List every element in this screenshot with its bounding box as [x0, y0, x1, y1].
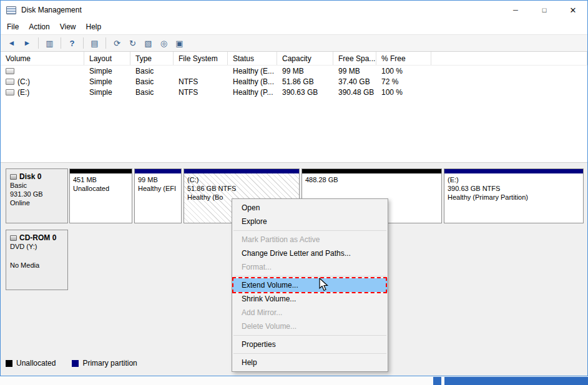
cell-status: Healthy (P... — [228, 88, 277, 97]
cell-type: Basic — [130, 67, 174, 76]
forward-icon[interactable]: ► — [20, 36, 34, 50]
cdrom-drive-letter: DVD (Y:) — [10, 242, 64, 251]
column-header-volume[interactable]: Volume — [1, 52, 84, 65]
menu-separator — [233, 353, 386, 354]
menu-separator — [233, 230, 386, 231]
cell-pct-free: 100 % — [376, 88, 431, 97]
context-menu-item-shrink-volume[interactable]: Shrink Volume... — [232, 292, 388, 306]
partition-status: Unallocated — [73, 184, 129, 193]
title-bar: Disk Management ─ □ ✕ — [1, 1, 587, 19]
volume-icon — [6, 68, 14, 74]
cell-capacity: 99 MB — [277, 67, 333, 76]
cdrom-0-header[interactable]: CD-ROM 0 DVD (Y:) No Media — [6, 230, 68, 290]
menu-item-label: Extend Volume... — [242, 281, 298, 290]
cdrom-icon — [10, 235, 17, 241]
cell-layout: Simple — [84, 67, 130, 76]
partition-color-bar — [302, 169, 441, 173]
cell-free-space: 37.40 GB — [333, 77, 376, 86]
column-header-capacity[interactable]: Capacity — [277, 52, 333, 65]
cell-file-system: NTFS — [174, 77, 228, 86]
partition-size: 99 MB — [138, 175, 178, 184]
cell-layout: Simple — [84, 88, 130, 97]
partition-e[interactable]: (E:) 390.63 GB NTFS Healthy (Primary Par… — [444, 168, 584, 223]
legend-primary-partition: Primary partition — [72, 359, 137, 368]
partition-color-bar — [444, 169, 583, 173]
cell-pct-free: 72 % — [376, 77, 431, 86]
cell-status: Healthy (B... — [228, 77, 277, 86]
rescan-disks-icon[interactable]: ↻ — [125, 36, 140, 50]
toolbar: ◄ ► ▥ ? ▤ ⟳ ↻ ▧ ◎ ▣ — [1, 34, 587, 52]
unallocated-swatch — [6, 360, 12, 367]
partition-size: 451 MB — [73, 175, 129, 184]
partition-efi[interactable]: 99 MB Healthy (EFI — [134, 168, 182, 223]
disk-management-icon — [6, 6, 16, 14]
partition-color-bar — [135, 169, 181, 173]
toolbar-separator — [61, 37, 61, 49]
legend-label: Primary partition — [82, 359, 137, 368]
menu-file[interactable]: File — [2, 21, 24, 33]
menu-help[interactable]: Help — [81, 21, 107, 33]
disk-0-header[interactable]: Disk 0 Basic 931.30 GB Online — [6, 168, 68, 223]
cell-capacity: 51.86 GB — [277, 77, 333, 86]
column-header-pct-free[interactable]: % Free — [376, 52, 431, 65]
view-icon[interactable]: ◎ — [157, 36, 171, 50]
screen: Disk Management ─ □ ✕ File Action View H… — [0, 0, 588, 385]
context-menu-item-explore[interactable]: Explore — [232, 215, 388, 228]
context-menu-item-change-drive-letter[interactable]: Change Drive Letter and Paths... — [232, 246, 388, 260]
partition-status: Healthy (EFI — [138, 184, 178, 193]
column-header-blank — [431, 52, 587, 65]
disk-type: Basic — [10, 181, 64, 190]
desktop-strip — [0, 376, 588, 385]
partition-unallocated-451mb[interactable]: 451 MB Unallocated — [69, 168, 132, 223]
cell-type: Basic — [130, 88, 174, 97]
cell-free-space: 390.48 GB — [333, 88, 376, 97]
help-icon[interactable]: ? — [65, 36, 79, 50]
cell-type: Basic — [130, 77, 174, 86]
partition-size: 51.86 GB NTFS — [187, 184, 296, 193]
cell-file-system: NTFS — [174, 88, 228, 97]
primary-partition-swatch — [72, 360, 79, 367]
window-title: Disk Management — [21, 6, 82, 14]
context-menu-item-extend-volume[interactable]: Extend Volume... — [232, 278, 388, 292]
table-row[interactable]: Simple Basic Healthy (E... 99 MB 99 MB 1… — [1, 66, 587, 76]
column-header-free-space[interactable]: Free Spa... — [333, 52, 376, 65]
table-row[interactable]: (E:) Simple Basic NTFS Healthy (P... 390… — [1, 87, 587, 97]
cell-capacity: 390.63 GB — [277, 88, 333, 97]
minimize-button[interactable]: ─ — [501, 1, 530, 19]
console-tree-icon[interactable]: ▥ — [42, 36, 57, 50]
menu-bar: File Action View Help — [1, 19, 587, 34]
refresh-icon[interactable]: ⟳ — [110, 36, 124, 50]
cdrom-status: No Media — [10, 261, 64, 270]
context-menu-item-mark-partition-as-active: Mark Partition as Active — [232, 233, 388, 246]
menu-view[interactable]: View — [55, 21, 81, 33]
column-header-type[interactable]: Type — [130, 52, 174, 65]
partition-color-bar — [184, 169, 299, 173]
maximize-button[interactable]: □ — [530, 1, 559, 19]
action-pane-icon[interactable]: ▤ — [87, 36, 102, 50]
menu-action[interactable]: Action — [24, 21, 54, 33]
volume-list-header: Volume Layout Type File System Status Ca… — [1, 52, 587, 66]
properties-icon[interactable]: ▣ — [172, 36, 187, 50]
column-header-layout[interactable]: Layout — [84, 52, 130, 65]
context-menu-item-properties[interactable]: Properties — [232, 338, 388, 351]
cell-layout: Simple — [84, 77, 130, 86]
menu-separator — [233, 276, 386, 276]
back-icon[interactable]: ◄ — [4, 36, 19, 50]
taskbar-fragment — [433, 377, 441, 385]
context-menu-item-format: Format... — [232, 260, 388, 274]
legend-unallocated: Unallocated — [6, 359, 56, 368]
column-header-file-system[interactable]: File System — [174, 52, 228, 65]
context-menu-item-help[interactable]: Help — [232, 356, 388, 369]
table-row[interactable]: (C:) Simple Basic NTFS Healthy (B... 51.… — [1, 76, 587, 87]
volume-list: Volume Layout Type File System Status Ca… — [1, 52, 587, 163]
close-button[interactable]: ✕ — [559, 1, 587, 19]
cell-free-space: 99 MB — [333, 67, 376, 76]
partition-size: 488.28 GB — [305, 175, 438, 184]
context-menu-item-add-mirror: Add Mirror... — [232, 306, 388, 319]
open-icon[interactable]: ▧ — [141, 36, 155, 50]
cell-status: Healthy (E... — [228, 67, 277, 76]
partition-status: Healthy (Primary Partition) — [448, 193, 580, 202]
column-header-status[interactable]: Status — [228, 52, 277, 65]
context-menu-item-open[interactable]: Open — [232, 201, 388, 215]
context-menu-item-delete-volume: Delete Volume... — [232, 319, 388, 333]
